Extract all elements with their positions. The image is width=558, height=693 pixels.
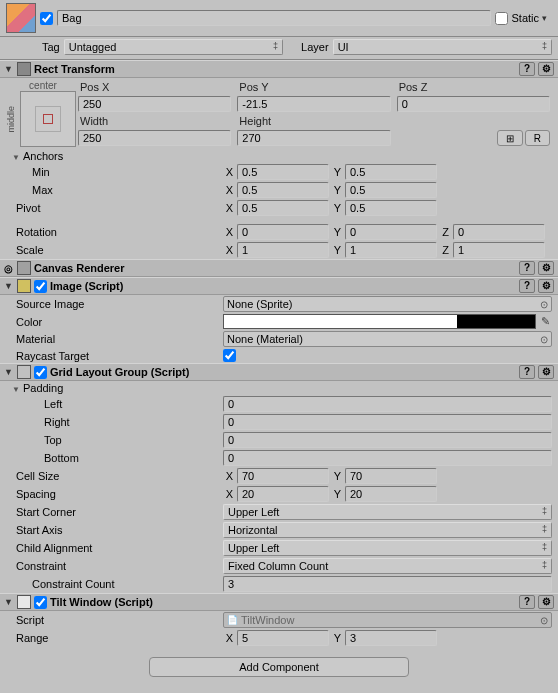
context-menu-button[interactable]: ⚙ <box>538 365 554 379</box>
raycast-target-checkbox[interactable] <box>223 349 236 362</box>
scale-z[interactable] <box>453 242 545 258</box>
help-button[interactable]: ? <box>519 365 535 379</box>
tilt-window-header[interactable]: ▼ Tilt Window (Script) ? ⚙ <box>0 593 558 611</box>
script-icon: 📄 <box>227 615 238 625</box>
rotation-z[interactable] <box>453 224 545 240</box>
start-axis-dropdown[interactable]: Horizontal <box>223 522 552 538</box>
object-picker-icon: ⊙ <box>540 334 548 345</box>
anchor-max-y[interactable] <box>345 182 437 198</box>
constraint-dropdown[interactable]: Fixed Column Count <box>223 558 552 574</box>
material-label: Material <box>6 333 221 345</box>
y-label: Y <box>331 202 343 214</box>
foldout-icon[interactable]: ▼ <box>4 597 14 607</box>
static-checkbox[interactable] <box>495 12 508 25</box>
scale-x[interactable] <box>237 242 329 258</box>
y-label: Y <box>331 184 343 196</box>
width-field[interactable] <box>78 130 231 146</box>
context-menu-button[interactable]: ⚙ <box>538 261 554 275</box>
x-label: X <box>223 470 235 482</box>
object-picker-icon: ⊙ <box>540 615 548 626</box>
image-enable-checkbox[interactable] <box>34 280 47 293</box>
constraint-count[interactable] <box>223 576 552 592</box>
anchor-max-x[interactable] <box>237 182 329 198</box>
spacing-y[interactable] <box>345 486 437 502</box>
y-label: Y <box>331 488 343 500</box>
tilt-window-enable-checkbox[interactable] <box>34 596 47 609</box>
foldout-icon[interactable]: ▼ <box>4 281 14 291</box>
grid-layout-icon <box>17 365 31 379</box>
pivot-x[interactable] <box>237 200 329 216</box>
padding-left[interactable] <box>223 396 552 412</box>
context-menu-button[interactable]: ⚙ <box>538 595 554 609</box>
tag-layer-row: Tag Untagged Layer UI <box>0 37 558 60</box>
active-checkbox[interactable] <box>40 12 53 25</box>
canvas-renderer-icon <box>17 261 31 275</box>
color-label: Color <box>6 316 221 328</box>
padding-right[interactable] <box>223 414 552 430</box>
object-name-field[interactable] <box>57 10 491 26</box>
help-button[interactable]: ? <box>519 279 535 293</box>
anchor-min-label: Min <box>6 166 221 178</box>
child-alignment-label: Child Alignment <box>6 542 221 554</box>
scale-y[interactable] <box>345 242 437 258</box>
start-corner-dropdown[interactable]: Upper Left <box>223 504 552 520</box>
cell-size-x[interactable] <box>237 468 329 484</box>
anchor-min-x[interactable] <box>237 164 329 180</box>
x-label: X <box>223 202 235 214</box>
source-image-field[interactable]: None (Sprite)⊙ <box>223 296 552 312</box>
padding-foldout[interactable]: Padding <box>6 382 221 394</box>
padding-left-label: Left <box>6 398 221 410</box>
material-field[interactable]: None (Material)⊙ <box>223 331 552 347</box>
y-label: Y <box>331 470 343 482</box>
add-component-button[interactable]: Add Component <box>149 657 409 677</box>
foldout-icon[interactable]: ▼ <box>4 367 14 377</box>
child-alignment-dropdown[interactable]: Upper Left <box>223 540 552 556</box>
rotation-x[interactable] <box>237 224 329 240</box>
help-button[interactable]: ? <box>519 595 535 609</box>
help-button[interactable]: ? <box>519 261 535 275</box>
range-x[interactable] <box>237 630 329 646</box>
pivot-y[interactable] <box>345 200 437 216</box>
range-label: Range <box>6 632 221 644</box>
static-dropdown-icon[interactable]: ▾ <box>542 13 552 23</box>
grid-layout-header[interactable]: ▼ Grid Layout Group (Script) ? ⚙ <box>0 363 558 381</box>
rect-transform-header[interactable]: ▼ Rect Transform ? ⚙ <box>0 60 558 78</box>
tag-label: Tag <box>42 41 60 53</box>
raw-edit-button[interactable]: R <box>525 130 550 146</box>
rotation-y[interactable] <box>345 224 437 240</box>
spacing-x[interactable] <box>237 486 329 502</box>
posy-field[interactable] <box>237 96 390 112</box>
z-label: Z <box>439 244 451 256</box>
context-menu-button[interactable]: ⚙ <box>538 62 554 76</box>
cell-size-y[interactable] <box>345 468 437 484</box>
tag-dropdown[interactable]: Untagged <box>64 39 283 55</box>
grid-layout-enable-checkbox[interactable] <box>34 366 47 379</box>
foldout-icon[interactable]: ▼ <box>4 64 14 74</box>
layer-dropdown[interactable]: UI <box>333 39 552 55</box>
range-y[interactable] <box>345 630 437 646</box>
width-label: Width <box>78 115 231 127</box>
anchors-foldout[interactable]: Anchors <box>6 150 221 162</box>
canvas-renderer-header[interactable]: ◎ Canvas Renderer ? ⚙ <box>0 259 558 277</box>
context-menu-button[interactable]: ⚙ <box>538 279 554 293</box>
eyedropper-icon[interactable]: ✎ <box>538 315 552 328</box>
posx-field[interactable] <box>78 96 231 112</box>
anchor-min-y[interactable] <box>345 164 437 180</box>
height-field[interactable] <box>237 130 390 146</box>
x-label: X <box>223 166 235 178</box>
padding-top-label: Top <box>6 434 221 446</box>
posz-field[interactable] <box>397 96 550 112</box>
pivot-label: Pivot <box>6 202 221 214</box>
gameobject-icon[interactable] <box>6 3 36 33</box>
blueprint-mode-button[interactable]: ⊞ <box>497 130 523 146</box>
posy-label: Pos Y <box>237 81 390 93</box>
constraint-label: Constraint <box>6 560 221 572</box>
padding-top[interactable] <box>223 432 552 448</box>
script-label: Script <box>6 614 221 626</box>
color-field[interactable] <box>223 314 536 329</box>
target-icon: ◎ <box>4 263 14 274</box>
help-button[interactable]: ? <box>519 62 535 76</box>
padding-bottom[interactable] <box>223 450 552 466</box>
image-header[interactable]: ▼ Image (Script) ? ⚙ <box>0 277 558 295</box>
anchor-preset-button[interactable] <box>20 91 76 147</box>
